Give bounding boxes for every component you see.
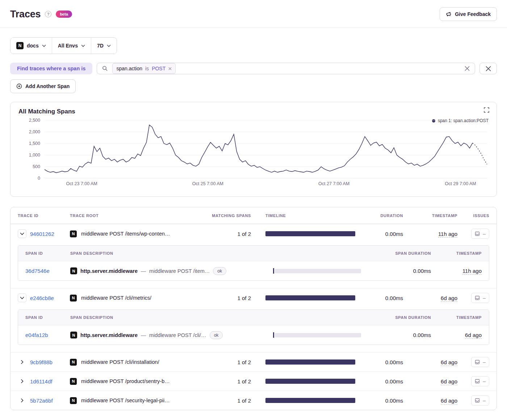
y-tick: 500 (33, 164, 40, 169)
span-timestamp[interactable]: 11h ago (462, 268, 482, 275)
expand-row-chevron-icon[interactable] (18, 396, 26, 405)
span-search-box[interactable]: span.action is POST (97, 63, 475, 74)
trace-id-link[interactable]: 5b72a6bf (30, 398, 53, 404)
expand-row-chevron-icon[interactable] (18, 358, 26, 366)
page-header: Traces ? beta Give Feedback (0, 0, 507, 28)
y-tick: 0 (38, 176, 40, 181)
trace-id-link[interactable]: 9cb9f88b (30, 359, 53, 365)
issues-indicator[interactable]: – (471, 229, 489, 239)
table-row[interactable]: 1d6114df N middleware POST /product/sent… (11, 371, 496, 391)
span-timeline-marker (273, 332, 274, 338)
span-duration: 0.00ms (371, 268, 431, 274)
project-selector[interactable]: N docs (11, 38, 52, 54)
span-status-badge: ok (210, 331, 223, 339)
table-row[interactable]: 5b72a6bf N middleware POST /security-leg… (11, 391, 496, 410)
trace-timestamp[interactable]: 6d ago (441, 359, 457, 366)
fullscreen-icon[interactable] (484, 107, 489, 113)
span-id-link[interactable]: 36d7546e (25, 268, 70, 274)
trace-id-link[interactable]: 1d6114df (30, 378, 52, 384)
give-feedback-label: Give Feedback (455, 11, 491, 17)
expand-row-chevron-icon[interactable] (18, 377, 26, 386)
span-row[interactable]: 36d7546e N http.server.middleware — midd… (18, 261, 489, 280)
collapse-row-chevron-icon[interactable] (18, 229, 26, 238)
environment-selector[interactable]: All Envs (52, 38, 91, 54)
project-nextjs-icon: N (70, 359, 77, 366)
y-tick: 1,000 (29, 153, 40, 158)
x-tick: Oct 29 7:00 AM (445, 181, 476, 186)
table-row[interactable]: e246cb8e N middleware POST /cli/metrics/… (11, 288, 496, 307)
col-issues: ISSUES (457, 213, 489, 218)
trace-root-label: middleware POST /product/sentry-b… (81, 378, 170, 384)
y-tick: 1,500 (29, 141, 40, 146)
trace-timestamp[interactable]: 6d ago (441, 378, 457, 385)
trace-id-link[interactable]: 94601262 (30, 231, 54, 237)
span-row[interactable]: e04fa12b N http.server.middleware — midd… (18, 325, 489, 345)
chevron-down-icon (81, 45, 85, 47)
issues-count-empty: – (483, 378, 486, 384)
issues-indicator[interactable]: – (471, 293, 489, 303)
table-row[interactable]: 94601262 N middleware POST /items/wp-con… (11, 224, 496, 243)
trace-timestamp[interactable]: 6d ago (441, 295, 457, 302)
col-span-duration: SPAN DURATION (371, 251, 431, 255)
spans-sub-header: SPAN ID SPAN DESCRIPTION SPAN DURATION T… (18, 310, 489, 325)
help-icon[interactable]: ? (45, 11, 51, 17)
span-id-link[interactable]: e04fa12b (25, 332, 70, 338)
matching-spans-count: 1 of 2 (189, 295, 251, 301)
span-timestamp[interactable]: 6d ago (465, 332, 482, 339)
col-span-timestamp: TIMESTAMP (431, 251, 482, 255)
col-timeline: TIMELINE (251, 213, 363, 218)
col-span-id: SPAN ID (25, 315, 70, 320)
x-tick: Oct 23 7:00 AM (66, 181, 97, 186)
trace-timeline-bar (265, 295, 355, 300)
project-nextjs-icon: N (70, 267, 77, 274)
separator: — (141, 268, 146, 274)
search-icon (102, 66, 108, 71)
trace-duration: 0.00ms (363, 378, 403, 384)
issues-icon (475, 379, 480, 384)
issues-icon (475, 359, 480, 365)
table-row[interactable]: 9cb9f88b N middleware POST /cli/installa… (11, 352, 496, 371)
remove-query-row-button[interactable] (479, 63, 497, 74)
matching-spans-count: 1 of 2 (189, 231, 251, 237)
project-nextjs-icon: N (70, 230, 77, 237)
spans-chart: 2,500 2,000 1,500 1,000 500 0 Oct 23 7:0… (18, 120, 489, 193)
give-feedback-button[interactable]: Give Feedback (440, 7, 497, 21)
col-trace-root: TRACE ROOT (70, 213, 189, 218)
trace-timeline-bar (265, 398, 355, 403)
col-matching-spans: MATCHING SPANS (189, 213, 251, 218)
col-span-description: SPAN DESCRIPTION (70, 315, 259, 320)
token-remove-icon[interactable] (168, 67, 172, 70)
traces-table-header: TRACE ID TRACE ROOT MATCHING SPANS TIMEL… (11, 207, 496, 224)
issues-indicator[interactable]: – (471, 357, 489, 367)
trace-id-link[interactable]: e246cb8e (30, 295, 54, 301)
chevron-down-icon (42, 45, 46, 47)
trace-root-label: middleware POST /cli/installation/ (81, 359, 159, 365)
trace-duration: 0.00ms (363, 398, 403, 404)
collapse-row-chevron-icon[interactable] (18, 294, 26, 302)
span-status-badge: ok (213, 267, 226, 275)
issues-indicator[interactable]: – (471, 395, 489, 406)
trace-timestamp[interactable]: 11h ago (438, 231, 457, 238)
span-op: http.server.middleware (80, 268, 138, 274)
trace-timestamp[interactable]: 6d ago (441, 398, 457, 404)
trace-timeline-bar (265, 359, 355, 365)
span-description: middleware POST /item… (149, 268, 210, 274)
issues-count-empty: – (483, 398, 486, 403)
col-span-description: SPAN DESCRIPTION (70, 251, 259, 255)
search-token[interactable]: span.action is POST (112, 63, 176, 74)
span-timeline-marker (273, 268, 274, 274)
search-input[interactable] (180, 65, 460, 72)
project-nextjs-icon: N (70, 397, 77, 404)
date-range-selector[interactable]: 7D (91, 38, 117, 54)
page-title: Traces (10, 9, 41, 20)
span-timeline-bar (275, 269, 361, 273)
col-trace-id: TRACE ID (18, 213, 70, 218)
issues-indicator[interactable]: – (471, 376, 489, 386)
clear-search-icon[interactable] (465, 66, 470, 71)
date-range-label: 7D (97, 43, 104, 49)
add-another-span-button[interactable]: Add Another Span (10, 79, 76, 93)
project-nextjs-icon: N (16, 42, 24, 49)
project-nextjs-icon: N (70, 332, 77, 338)
add-another-span-label: Add Another Span (25, 83, 70, 89)
token-key: span.action (116, 66, 142, 71)
